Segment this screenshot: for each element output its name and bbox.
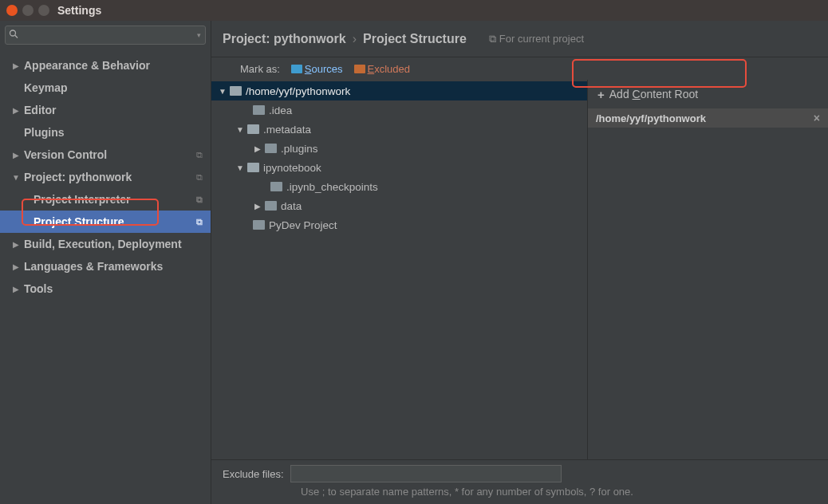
tree-ipynotebook[interactable]: ▼ipynotebook xyxy=(211,158,587,177)
nav-appearance[interactable]: ▶Appearance & Behavior xyxy=(0,54,211,77)
scope-icon: ⧉ xyxy=(196,150,203,160)
folder-icon xyxy=(265,201,277,211)
nav-label: Project Interpreter xyxy=(34,193,130,206)
folder-icon xyxy=(253,105,265,115)
chevron-right-icon[interactable]: ▶ xyxy=(253,202,262,211)
minimize-window-button[interactable] xyxy=(22,5,34,16)
breadcrumb-structure: Project Structure xyxy=(363,32,467,46)
add-content-root-label: Add Content Root xyxy=(609,88,698,100)
chevron-down-icon: ▼ xyxy=(11,173,21,182)
nav-project-structure[interactable]: Project Structure⧉ xyxy=(0,211,211,233)
tree-pydev[interactable]: PyDev Project xyxy=(211,215,587,234)
nav-label: Editor xyxy=(24,104,203,116)
folder-open-icon xyxy=(230,86,242,96)
exclude-files-label: Exclude files: xyxy=(223,468,284,480)
mark-as-row: Mark as: Sources Excluded xyxy=(211,57,828,80)
tree-plugins[interactable]: ▶.plugins xyxy=(211,139,587,158)
nav-tools[interactable]: ▶Tools xyxy=(0,278,211,300)
content-panel: Project: pythonwork › Project Structure … xyxy=(211,21,828,504)
scope-icon: ⧉ xyxy=(196,217,203,227)
tree-label: .metadata xyxy=(263,124,311,136)
nav-label: Tools xyxy=(24,282,203,295)
nav-list: ▶Appearance & Behavior Keymap ▶Editor Pl… xyxy=(0,49,211,300)
tree-metadata[interactable]: ▼.metadata xyxy=(211,120,587,139)
tree-label: ipynotebook xyxy=(263,162,321,174)
for-current-project-label: ⧉ For current project xyxy=(489,33,584,45)
chevron-right-icon: ▶ xyxy=(11,61,21,70)
plus-icon: + xyxy=(597,88,605,101)
nav-label: Languages & Frameworks xyxy=(24,260,203,273)
search-wrap: ▾ xyxy=(0,21,211,49)
mark-sources-button[interactable]: Sources xyxy=(291,63,343,75)
folder-icon xyxy=(270,182,282,191)
window-buttons xyxy=(6,5,49,16)
chevron-right-icon: ▶ xyxy=(11,106,21,115)
tree-data[interactable]: ▶data xyxy=(211,196,587,215)
folder-open-icon xyxy=(247,124,259,134)
tree-idea[interactable]: .idea xyxy=(211,100,587,120)
nav-build[interactable]: ▶Build, Execution, Deployment xyxy=(0,233,211,255)
maximize-window-button[interactable] xyxy=(38,5,49,16)
scope-icon: ⧉ xyxy=(489,33,496,45)
search-icon xyxy=(9,30,18,41)
nav-label: Version Control xyxy=(24,148,196,161)
folder-icon xyxy=(354,65,365,73)
exclude-files-hint: Use ; to separate name patterns, * for a… xyxy=(301,486,817,498)
main-area: ▾ ▶Appearance & Behavior Keymap ▶Editor … xyxy=(0,21,828,504)
mark-excluded-button[interactable]: Excluded xyxy=(354,63,410,75)
for-current-text: For current project xyxy=(499,33,584,45)
chevron-down-icon[interactable]: ▼ xyxy=(218,87,227,96)
nav-editor[interactable]: ▶Editor xyxy=(0,99,211,121)
nav-plugins[interactable]: Plugins xyxy=(0,121,211,144)
folder-icon xyxy=(265,144,277,153)
chevron-down-icon[interactable]: ▼ xyxy=(235,163,245,172)
tree-root[interactable]: ▼/home/yyf/pythonwork xyxy=(211,81,587,100)
content-root-entry[interactable]: /home/yyf/pythonwork × xyxy=(588,108,828,128)
chevron-right-icon: ▶ xyxy=(11,151,21,159)
nav-label: Keymap xyxy=(24,81,203,94)
chevron-down-icon[interactable]: ▾ xyxy=(197,31,201,39)
chevron-right-icon: ▶ xyxy=(11,262,21,271)
folder-icon xyxy=(291,65,302,73)
remove-content-root-button[interactable]: × xyxy=(814,112,820,124)
nav-label: Build, Execution, Deployment xyxy=(24,238,203,250)
scope-icon: ⧉ xyxy=(196,172,203,183)
source-tree: ▼/home/yyf/pythonwork .idea ▼.metadata ▶… xyxy=(211,80,587,459)
exclude-files-bar: Exclude files: Use ; to separate name pa… xyxy=(211,459,828,504)
nav-project-interpreter[interactable]: Project Interpreter⧉ xyxy=(0,188,211,211)
nav-label: Project Structure xyxy=(34,215,124,228)
breadcrumb: Project: pythonwork › Project Structure … xyxy=(211,21,828,57)
chevron-right-icon: ▶ xyxy=(11,240,21,249)
nav-label: Plugins xyxy=(24,126,203,139)
close-window-button[interactable] xyxy=(6,5,18,16)
settings-sidebar: ▾ ▶Appearance & Behavior Keymap ▶Editor … xyxy=(0,21,211,504)
chevron-right-icon[interactable]: ▶ xyxy=(253,144,262,153)
chevron-right-icon: ▶ xyxy=(11,285,21,293)
nav-languages[interactable]: ▶Languages & Frameworks xyxy=(0,255,211,278)
content-roots-column: + Add Content Root /home/yyf/pythonwork … xyxy=(587,80,828,459)
titlebar: Settings xyxy=(0,0,828,21)
tree-label: data xyxy=(281,200,302,212)
nav-version-control[interactable]: ▶Version Control⧉ xyxy=(0,144,211,166)
tree-label: .ipynb_checkpoints xyxy=(286,181,378,193)
search-box: ▾ xyxy=(5,26,206,45)
window-title: Settings xyxy=(57,4,101,17)
tree-label: /home/yyf/pythonwork xyxy=(246,85,350,97)
svg-line-1 xyxy=(15,35,18,37)
scope-icon: ⧉ xyxy=(196,195,203,205)
add-content-root-button[interactable]: + Add Content Root xyxy=(588,80,828,108)
folder-open-icon xyxy=(247,163,259,172)
tree-label: .plugins xyxy=(281,143,318,155)
tree-label: .idea xyxy=(269,104,292,116)
tree-label: PyDev Project xyxy=(269,219,337,231)
content-root-path: /home/yyf/pythonwork xyxy=(596,112,706,124)
search-input[interactable] xyxy=(5,26,206,45)
nav-keymap[interactable]: Keymap xyxy=(0,77,211,99)
breadcrumb-project[interactable]: Project: pythonwork xyxy=(223,32,346,46)
nav-project[interactable]: ▼Project: pythonwork⧉ xyxy=(0,166,211,188)
tree-checkpoints[interactable]: .ipynb_checkpoints xyxy=(211,177,587,196)
nav-label: Project: pythonwork xyxy=(24,171,196,183)
folder-icon xyxy=(253,220,265,230)
chevron-down-icon[interactable]: ▼ xyxy=(235,125,245,134)
exclude-files-input[interactable] xyxy=(290,465,562,482)
